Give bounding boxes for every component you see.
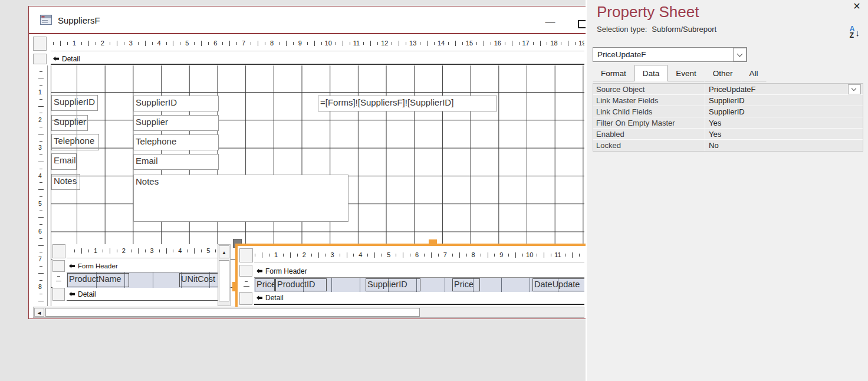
column-header-cell[interactable]: ProductID <box>275 278 327 291</box>
tab-event[interactable]: Event <box>668 66 705 81</box>
property-value[interactable]: Yes <box>705 117 863 128</box>
field-textbox[interactable]: Notes <box>133 175 348 222</box>
subform-priceupdate[interactable]: 1234567891011 Form Header PriceUProductI… <box>238 246 586 307</box>
ruler-tick <box>40 169 42 169</box>
ruler-corner-box[interactable] <box>33 37 47 51</box>
ruler-tick <box>38 217 44 218</box>
horizontal-scrollbar[interactable]: ◂ <box>33 307 584 318</box>
subform-detail-bar[interactable]: Detail <box>254 292 584 305</box>
property-label[interactable]: Source Object <box>593 84 705 94</box>
subform-section-selector[interactable] <box>52 260 65 272</box>
ruler-tick <box>88 249 89 252</box>
field-textbox[interactable]: SupplierID <box>133 96 219 111</box>
ruler-tick <box>537 254 537 257</box>
column-header-cell[interactable]: PriceU <box>255 278 275 291</box>
ruler-tick <box>38 78 44 78</box>
detail-section-bar[interactable]: Detail <box>51 54 584 65</box>
property-value[interactable]: No <box>705 140 863 151</box>
maximize-button[interactable] <box>578 20 586 28</box>
subform-form-header-bar[interactable]: Form Header <box>254 265 584 278</box>
field-textbox[interactable]: Telephone <box>133 134 219 150</box>
column-header-cell[interactable]: ProductName <box>67 273 129 287</box>
ruler-tick <box>403 252 403 258</box>
property-value[interactable]: SupplierID <box>705 95 863 106</box>
property-row: Source ObjectPriceUpdateF <box>593 84 863 95</box>
detail-section-selector[interactable] <box>33 54 47 64</box>
property-dropdown-button[interactable] <box>848 84 861 94</box>
ruler-tick <box>81 248 82 254</box>
property-label[interactable]: Filter On Empty Master <box>593 117 705 128</box>
ruler-tick <box>38 162 44 162</box>
ruler-tick <box>406 42 406 45</box>
ruler-tick <box>131 249 131 252</box>
ruler-tick <box>290 252 291 258</box>
subform-detail-bar[interactable]: Detail <box>67 288 218 301</box>
scrollbar-thumb[interactable] <box>219 260 229 301</box>
column-header-cell[interactable]: DateUpdate <box>532 278 584 291</box>
ruler-number: 9 <box>497 251 506 258</box>
ruler-tick <box>491 42 491 45</box>
tab-format[interactable]: Format <box>593 66 634 81</box>
ruler-tick <box>81 42 82 45</box>
property-row: Link Child FieldsSupplierID <box>593 106 863 117</box>
column-header-cell[interactable]: Price <box>452 278 480 291</box>
subform-section-selector[interactable] <box>52 288 65 301</box>
column-header-cell[interactable]: SupplierID <box>366 278 420 291</box>
field-label[interactable]: Notes <box>51 174 80 190</box>
field-label[interactable]: SupplierID <box>51 95 98 111</box>
tab-other[interactable]: Other <box>705 66 741 81</box>
object-selector-combobox[interactable]: PriceUpdateF <box>593 47 747 62</box>
ruler-number: 1 <box>271 251 281 258</box>
ruler-number: 2 <box>119 247 129 254</box>
ruler-tick <box>522 254 523 257</box>
selection-handle-top[interactable] <box>429 239 437 244</box>
property-row: EnabledYes <box>593 129 863 140</box>
field-textbox[interactable]: Supplier <box>133 115 219 131</box>
subform-products[interactable]: 12345 Form Header ProductNameUNitCost De… <box>52 244 231 306</box>
tab-all[interactable]: All <box>741 66 767 81</box>
combobox-dropdown-button[interactable] <box>733 48 747 61</box>
subform-vertical-scrollbar[interactable]: ▲ <box>218 244 231 306</box>
sort-az-icon[interactable]: AZ ↓ <box>850 26 860 39</box>
ruler-tick <box>279 42 280 45</box>
minimize-button[interactable]: — <box>541 16 559 28</box>
property-value[interactable]: SupplierID <box>705 106 863 117</box>
subform-ruler-corner[interactable] <box>239 248 253 262</box>
property-label[interactable]: Link Child Fields <box>593 106 705 117</box>
subform-section-selector[interactable] <box>239 292 252 305</box>
ruler-number: 13 <box>408 40 417 47</box>
subform-header-row: PriceUProductIDSupplierIDPriceDateUpdate <box>254 278 584 292</box>
ruler-tick <box>67 42 68 45</box>
ruler-tick <box>326 254 326 257</box>
subform-ruler-corner[interactable] <box>52 244 65 258</box>
subform-form-header-bar[interactable]: Form Header <box>67 260 218 272</box>
property-label[interactable]: Enabled <box>593 129 705 139</box>
scrollbar-thumb[interactable] <box>45 308 420 317</box>
tab-data[interactable]: Data <box>634 65 668 81</box>
field-label[interactable]: Supplier <box>51 115 88 131</box>
scroll-left-button[interactable]: ◂ <box>34 308 44 317</box>
access-workspace: SuppliersF — 123456789101112131415161718… <box>0 0 868 381</box>
ruler-tick <box>40 99 42 100</box>
ruler-tick <box>40 238 42 239</box>
formula-textbox[interactable]: =[Forms]![SuppliersF]![SupplierID] <box>318 96 497 111</box>
ruler-number: 3 <box>126 40 136 47</box>
ruler-tick <box>540 41 541 46</box>
ruler-number: 11 <box>553 251 563 258</box>
property-value[interactable]: Yes <box>705 129 863 139</box>
field-textbox[interactable]: Email <box>133 154 219 170</box>
close-icon[interactable]: ✕ <box>850 1 863 14</box>
property-value[interactable]: PriceUpdateF <box>705 84 863 94</box>
selection-handle-left[interactable] <box>232 282 237 291</box>
column-header-cell[interactable]: UNitCost <box>179 273 218 287</box>
ruler-tick <box>519 42 520 45</box>
ruler-tick <box>38 301 44 301</box>
field-label[interactable]: Telephone <box>51 134 99 150</box>
property-label[interactable]: Locked <box>593 140 705 151</box>
ruler-tick <box>466 254 467 257</box>
subform-section-selector[interactable] <box>239 265 252 277</box>
band-grid-line <box>501 278 502 292</box>
property-label[interactable]: Link Master Fields <box>593 95 705 106</box>
field-label[interactable]: Email <box>51 153 77 170</box>
scroll-up-button[interactable]: ▲ <box>219 245 229 258</box>
